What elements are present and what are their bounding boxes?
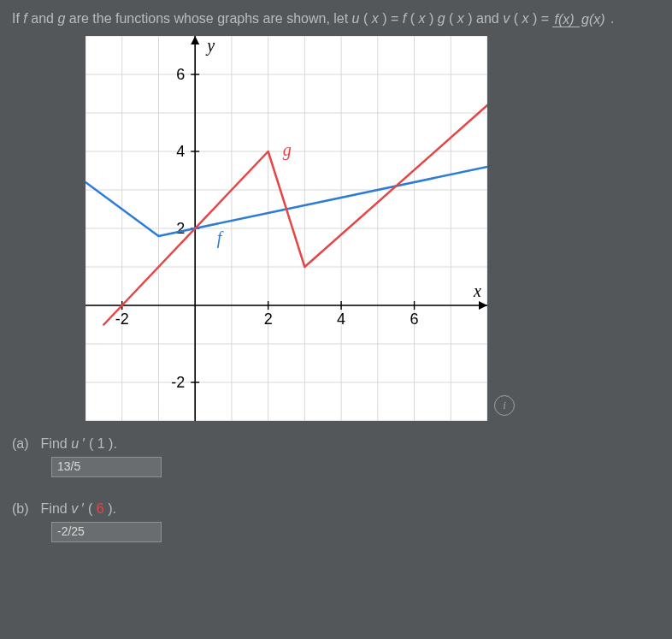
t: ) <box>429 11 433 26</box>
t: ) = <box>382 11 403 26</box>
part-b-text: Find v ′ ( 6 ). <box>41 501 116 517</box>
part-b-label: (b) <box>12 501 29 517</box>
v-lhs: v <box>503 11 510 26</box>
svg-text:6: 6 <box>410 311 419 328</box>
svg-text:f: f <box>217 228 224 248</box>
graph-figure: -2246-2246yxfg <box>85 36 487 421</box>
svg-text:2: 2 <box>264 311 273 328</box>
svg-marker-25 <box>479 301 487 310</box>
u-lhs: u <box>352 11 360 26</box>
svg-text:4: 4 <box>176 143 185 160</box>
svg-text:x: x <box>473 281 481 300</box>
t: ( <box>449 11 453 26</box>
part-b: (b) Find v ′ ( 6 ). -2/25 <box>12 501 660 542</box>
svg-text:y: y <box>205 36 215 56</box>
var-x: x <box>418 11 425 26</box>
var-g: g <box>57 11 65 26</box>
svg-text:-2: -2 <box>115 311 129 328</box>
answer-input-a[interactable]: 13/5 <box>51 457 162 477</box>
svg-text:2: 2 <box>176 220 185 237</box>
rhs-f: f <box>403 11 406 26</box>
part-a-text: Find u ′ ( 1 ). <box>41 436 117 452</box>
t: ( <box>514 11 518 26</box>
t: ) = <box>533 11 553 26</box>
var-x: x <box>457 11 464 26</box>
var-x: x <box>372 11 379 26</box>
svg-text:g: g <box>283 140 292 160</box>
svg-marker-26 <box>191 36 199 44</box>
svg-text:6: 6 <box>176 66 185 83</box>
t: and <box>476 11 503 26</box>
var-f: f <box>23 11 27 26</box>
t: and <box>31 11 57 26</box>
svg-text:4: 4 <box>337 311 345 328</box>
t: are the functions whose graphs are shown… <box>69 11 352 26</box>
t: ( <box>363 11 368 26</box>
svg-text:-2: -2 <box>171 374 185 391</box>
t: . <box>610 11 614 26</box>
t: ) <box>468 11 472 26</box>
frac-num-rest: (x) <box>558 12 575 27</box>
frac-den-rest: (x) <box>589 12 605 27</box>
info-icon-glyph: i <box>503 399 506 412</box>
info-icon[interactable]: i <box>494 395 515 416</box>
part-a: (a) Find u ′ ( 1 ). 13/5 <box>12 436 660 477</box>
frac-den-g: g <box>581 12 589 27</box>
answer-input-b[interactable]: -2/25 <box>51 522 162 542</box>
question-prompt: If f and g are the functions whose graph… <box>0 0 672 29</box>
fraction: f(x) g(x) <box>552 12 606 27</box>
part-a-label: (a) <box>12 436 29 452</box>
t: ( <box>410 11 415 26</box>
graph-svg: -2246-2246yxfg <box>85 36 487 421</box>
rhs-g: g <box>438 11 445 26</box>
var-x: x <box>522 11 528 26</box>
t: If <box>12 11 23 26</box>
